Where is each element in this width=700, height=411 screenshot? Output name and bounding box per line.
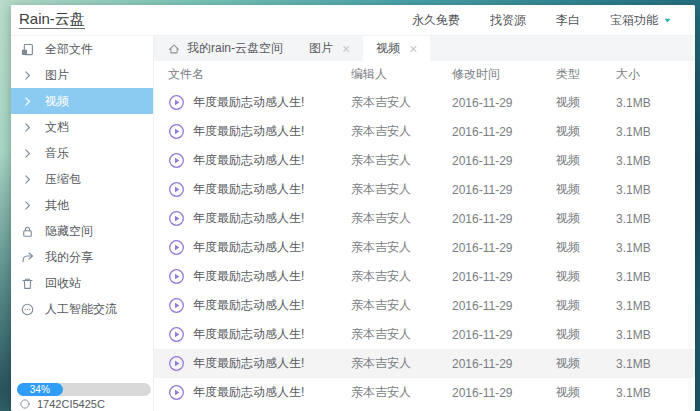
file-modified: 2016-11-29 <box>452 96 556 110</box>
file-name[interactable]: 年度最励志动感人生! <box>193 94 304 111</box>
tabbar: 我的rain-云盘空间图片×视频× <box>154 36 695 61</box>
file-name[interactable]: 年度最励志动感人生! <box>193 384 304 401</box>
table-row[interactable]: 年度最励志动感人生!亲本吉安人2016-11-29视频3.1MB <box>154 117 695 146</box>
sidebar-item-label: 压缩包 <box>45 171 81 188</box>
tab-home[interactable]: 我的rain-云盘空间 <box>154 36 296 61</box>
sidebar-item-ai-chat[interactable]: 人工智能交流 <box>11 296 153 322</box>
file-modified: 2016-11-29 <box>452 299 556 313</box>
file-name[interactable]: 年度最励志动感人生! <box>193 239 304 256</box>
lock-icon <box>19 224 35 239</box>
file-name[interactable]: 年度最励志动感人生! <box>193 297 304 314</box>
close-icon[interactable]: × <box>409 42 417 56</box>
file-editor: 亲本吉安人 <box>351 123 452 140</box>
header-links: 永久免费找资源李白宝箱功能 <box>412 12 673 29</box>
sidebar-item-label: 音乐 <box>45 145 69 162</box>
sidebar-item-label: 隐藏空间 <box>45 223 93 240</box>
app-title: Rain-云盘 <box>19 11 85 29</box>
file-name[interactable]: 年度最励志动感人生! <box>193 326 304 343</box>
file-list: 年度最励志动感人生!亲本吉安人2016-11-29视频3.1MB年度最励志动感人… <box>154 88 695 411</box>
table-row[interactable]: 年度最励志动感人生!亲本吉安人2016-11-29视频3.1MB <box>154 233 695 262</box>
table-row[interactable]: 年度最励志动感人生!亲本吉安人2016-11-29视频3.1MB <box>154 378 695 407</box>
table-row[interactable]: 年度最励志动感人生!亲本吉安人2016-11-29视频3.1MB <box>154 88 695 117</box>
file-editor: 亲本吉安人 <box>351 297 452 314</box>
sidebar-item-others[interactable]: 其他 <box>11 192 153 218</box>
content-area: 我的rain-云盘空间图片×视频× 文件名编辑人修改时间类型大小 年度最励志动感… <box>154 36 695 411</box>
user-id[interactable]: 1742CI5425C <box>19 397 105 410</box>
header-link-label: 永久免费 <box>412 12 460 29</box>
file-size: 3.1MB <box>616 125 695 139</box>
table-row[interactable]: 年度最励志动感人生!亲本吉安人2016-11-29视频3.1MB <box>154 349 695 378</box>
file-size: 3.1MB <box>616 212 695 226</box>
file-size: 3.1MB <box>616 299 695 313</box>
file-type: 视频 <box>556 297 616 314</box>
table-header: 文件名编辑人修改时间类型大小 <box>154 61 695 88</box>
header-link-user-libai[interactable]: 李白 <box>556 12 580 29</box>
close-icon[interactable]: × <box>342 42 350 56</box>
file-editor: 亲本吉安人 <box>351 152 452 169</box>
tab-videos[interactable]: 视频× <box>363 36 430 61</box>
play-icon <box>168 152 185 169</box>
sidebar-item-videos[interactable]: 视频 <box>11 88 153 114</box>
file-name[interactable]: 年度最励志动感人生! <box>193 355 304 372</box>
table-row[interactable]: 年度最励志动感人生!亲本吉安人2016-11-29视频3.1MB <box>154 146 695 175</box>
header-link-label: 李白 <box>556 12 580 29</box>
sidebar-item-label: 我的分享 <box>45 249 93 266</box>
sidebar-item-hidden-space[interactable]: 隐藏空间 <box>11 218 153 244</box>
column-header-3[interactable]: 类型 <box>556 66 616 83</box>
column-header-4[interactable]: 大小 <box>616 66 695 83</box>
column-header-2[interactable]: 修改时间 <box>452 66 556 83</box>
file-name[interactable]: 年度最励志动感人生! <box>193 152 304 169</box>
desktop-wallpaper: Rain-云盘 永久免费找资源李白宝箱功能 全部文件图片视频文档音乐压缩包其他隐… <box>0 0 700 411</box>
file-name[interactable]: 年度最励志动感人生! <box>193 181 304 198</box>
sidebar-item-my-shares[interactable]: 我的分享 <box>11 244 153 270</box>
storage-progress-bar: 34% <box>17 383 151 396</box>
tab-label: 我的rain-云盘空间 <box>187 40 283 57</box>
play-icon <box>168 355 185 372</box>
header-link-forever-free[interactable]: 永久免费 <box>412 12 460 29</box>
tab-images[interactable]: 图片× <box>296 36 363 61</box>
table-row[interactable]: 年度最励志动感人生!亲本吉安人2016-11-29视频3.1MB <box>154 175 695 204</box>
sidebar-item-all-files[interactable]: 全部文件 <box>11 36 153 62</box>
file-editor: 亲本吉安人 <box>351 94 452 111</box>
sidebar-item-recycle-bin[interactable]: 回收站 <box>11 270 153 296</box>
file-editor: 亲本吉安人 <box>351 239 452 256</box>
header-link-treasure-features[interactable]: 宝箱功能 <box>610 12 673 29</box>
chat-icon <box>19 302 35 317</box>
file-modified: 2016-11-29 <box>452 183 556 197</box>
tab-label: 视频 <box>376 40 400 57</box>
play-icon <box>168 210 185 227</box>
file-editor: 亲本吉安人 <box>351 268 452 285</box>
file-type: 视频 <box>556 355 616 372</box>
chevron-right-icon <box>19 172 35 187</box>
file-editor: 亲本吉安人 <box>351 326 452 343</box>
play-icon <box>168 239 185 256</box>
file-name[interactable]: 年度最励志动感人生! <box>193 268 304 285</box>
column-header-0[interactable]: 文件名 <box>154 66 351 83</box>
sidebar-item-label: 其他 <box>45 197 69 214</box>
sidebar-nav: 全部文件图片视频文档音乐压缩包其他隐藏空间我的分享回收站人工智能交流 <box>11 36 153 322</box>
home-icon <box>167 42 181 56</box>
sidebar-item-archives[interactable]: 压缩包 <box>11 166 153 192</box>
table-row[interactable]: 年度最励志动感人生!亲本吉安人2016-11-29视频3.1MB <box>154 291 695 320</box>
sidebar-item-music[interactable]: 音乐 <box>11 140 153 166</box>
trash-icon <box>19 276 35 291</box>
table-row[interactable]: 年度最励志动感人生!亲本吉安人2016-11-29视频3.1MB <box>154 320 695 349</box>
column-header-1[interactable]: 编辑人 <box>351 66 452 83</box>
chevron-right-icon <box>19 198 35 213</box>
header-link-find-resources[interactable]: 找资源 <box>490 12 526 29</box>
file-name[interactable]: 年度最励志动感人生! <box>193 210 304 227</box>
file-modified: 2016-11-29 <box>452 357 556 371</box>
chevron-right-icon <box>19 120 35 135</box>
caret-down-icon <box>662 15 673 26</box>
sidebar-item-label: 文档 <box>45 119 69 136</box>
window-body: 全部文件图片视频文档音乐压缩包其他隐藏空间我的分享回收站人工智能交流 34% 1… <box>11 36 695 411</box>
play-icon <box>168 297 185 314</box>
user-id-label: 1742CI5425C <box>37 398 105 410</box>
table-row[interactable]: 年度最励志动感人生!亲本吉安人2016-11-29视频3.1MB <box>154 262 695 291</box>
table-row[interactable]: 年度最励志动感人生!亲本吉安人2016-11-29视频3.1MB <box>154 204 695 233</box>
sidebar-item-documents[interactable]: 文档 <box>11 114 153 140</box>
play-icon <box>168 123 185 140</box>
file-name[interactable]: 年度最励志动感人生! <box>193 123 304 140</box>
sidebar-item-images[interactable]: 图片 <box>11 62 153 88</box>
header-link-label: 宝箱功能 <box>610 12 658 29</box>
